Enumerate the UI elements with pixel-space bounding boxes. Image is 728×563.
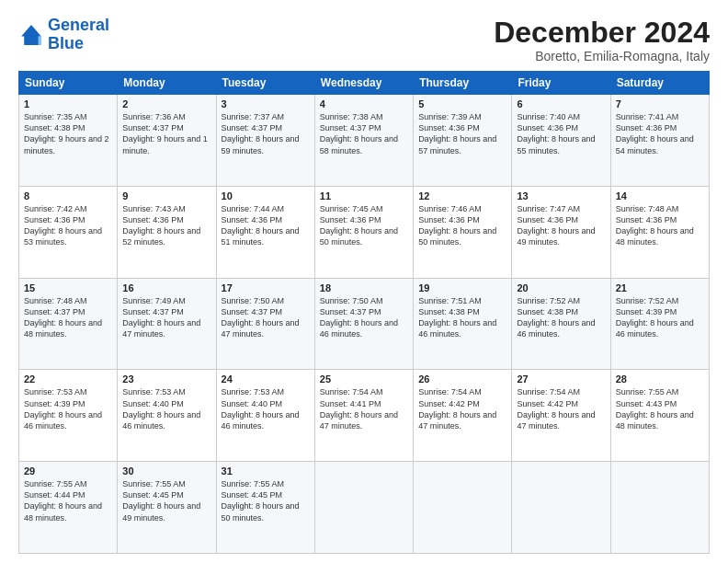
calendar-day-cell: 22 Sunrise: 7:53 AMSunset: 4:39 PMDaylig… (19, 370, 118, 462)
calendar-day-cell: 31 Sunrise: 7:55 AMSunset: 4:45 PMDaylig… (216, 462, 314, 554)
day-number: 6 (517, 98, 605, 109)
day-number: 22 (24, 373, 112, 385)
calendar-day-cell: 26 Sunrise: 7:54 AMSunset: 4:42 PMDaylig… (414, 370, 512, 462)
month-title: December 2024 (494, 17, 710, 49)
day-info: Sunrise: 7:53 AMSunset: 4:40 PMDaylight:… (122, 387, 200, 430)
day-number: 26 (418, 373, 506, 385)
dow-header: Sunday (19, 72, 118, 95)
day-info: Sunrise: 7:49 AMSunset: 4:37 PMDaylight:… (122, 296, 200, 339)
day-info: Sunrise: 7:38 AMSunset: 4:37 PMDaylight:… (320, 112, 398, 155)
day-info: Sunrise: 7:55 AMSunset: 4:45 PMDaylight:… (122, 479, 200, 522)
calendar-week-row: 15 Sunrise: 7:48 AMSunset: 4:37 PMDaylig… (19, 278, 710, 370)
day-info: Sunrise: 7:55 AMSunset: 4:44 PMDaylight:… (24, 479, 102, 522)
day-info: Sunrise: 7:54 AMSunset: 4:42 PMDaylight:… (517, 387, 595, 430)
calendar-day-cell: 25 Sunrise: 7:54 AMSunset: 4:41 PMDaylig… (314, 370, 413, 462)
calendar-day-cell: 8 Sunrise: 7:42 AMSunset: 4:36 PMDayligh… (19, 186, 118, 278)
day-number: 18 (320, 282, 408, 293)
day-number: 20 (517, 282, 605, 293)
day-info: Sunrise: 7:48 AMSunset: 4:36 PMDaylight:… (616, 204, 694, 247)
day-number: 8 (24, 190, 112, 201)
day-number: 1 (24, 98, 112, 109)
calendar-body: 1 Sunrise: 7:35 AMSunset: 4:38 PMDayligh… (19, 95, 710, 554)
calendar-week-row: 8 Sunrise: 7:42 AMSunset: 4:36 PMDayligh… (19, 186, 710, 278)
calendar-day-cell: 11 Sunrise: 7:45 AMSunset: 4:36 PMDaylig… (314, 186, 413, 278)
day-number: 4 (320, 98, 408, 109)
day-info: Sunrise: 7:36 AMSunset: 4:37 PMDaylight:… (122, 112, 208, 155)
day-number: 29 (24, 465, 112, 477)
day-number: 27 (517, 373, 605, 385)
day-info: Sunrise: 7:43 AMSunset: 4:36 PMDaylight:… (122, 204, 200, 247)
calendar-day-cell (314, 462, 413, 554)
calendar-day-cell: 4 Sunrise: 7:38 AMSunset: 4:37 PMDayligh… (314, 95, 413, 187)
calendar-day-cell: 21 Sunrise: 7:52 AMSunset: 4:39 PMDaylig… (610, 278, 709, 370)
calendar-day-cell (414, 462, 512, 554)
day-number: 14 (616, 190, 704, 201)
day-info: Sunrise: 7:55 AMSunset: 4:45 PMDaylight:… (222, 479, 300, 522)
day-info: Sunrise: 7:54 AMSunset: 4:42 PMDaylight:… (418, 387, 496, 430)
calendar-day-cell: 19 Sunrise: 7:51 AMSunset: 4:38 PMDaylig… (414, 278, 512, 370)
day-number: 9 (122, 190, 210, 201)
location: Boretto, Emilia-Romagna, Italy (494, 49, 710, 63)
calendar-day-cell: 2 Sunrise: 7:36 AMSunset: 4:37 PMDayligh… (118, 95, 216, 187)
day-info: Sunrise: 7:44 AMSunset: 4:36 PMDaylight:… (222, 204, 300, 247)
title-block: December 2024 Boretto, Emilia-Romagna, I… (494, 17, 710, 63)
day-info: Sunrise: 7:54 AMSunset: 4:41 PMDaylight:… (320, 387, 398, 430)
calendar-day-cell: 28 Sunrise: 7:55 AMSunset: 4:43 PMDaylig… (610, 370, 709, 462)
calendar-week-row: 22 Sunrise: 7:53 AMSunset: 4:39 PMDaylig… (19, 370, 710, 462)
day-info: Sunrise: 7:37 AMSunset: 4:37 PMDaylight:… (222, 112, 300, 155)
logo: General Blue (18, 17, 109, 53)
day-of-week-row: SundayMondayTuesdayWednesdayThursdayFrid… (19, 72, 710, 95)
calendar-day-cell: 9 Sunrise: 7:43 AMSunset: 4:36 PMDayligh… (118, 186, 216, 278)
calendar-week-row: 1 Sunrise: 7:35 AMSunset: 4:38 PMDayligh… (19, 95, 710, 187)
day-number: 7 (616, 98, 704, 109)
calendar-day-cell: 5 Sunrise: 7:39 AMSunset: 4:36 PMDayligh… (414, 95, 512, 187)
calendar-day-cell: 14 Sunrise: 7:48 AMSunset: 4:36 PMDaylig… (610, 186, 709, 278)
calendar-day-cell: 13 Sunrise: 7:47 AMSunset: 4:36 PMDaylig… (512, 186, 610, 278)
day-number: 2 (122, 98, 210, 109)
day-info: Sunrise: 7:52 AMSunset: 4:38 PMDaylight:… (517, 296, 595, 339)
day-number: 16 (122, 282, 210, 293)
calendar-day-cell: 30 Sunrise: 7:55 AMSunset: 4:45 PMDaylig… (118, 462, 216, 554)
day-number: 21 (616, 282, 704, 293)
day-number: 31 (222, 465, 310, 477)
day-number: 25 (320, 373, 408, 385)
calendar-day-cell: 17 Sunrise: 7:50 AMSunset: 4:37 PMDaylig… (216, 278, 314, 370)
day-number: 30 (122, 465, 210, 477)
day-info: Sunrise: 7:42 AMSunset: 4:36 PMDaylight:… (24, 204, 102, 247)
svg-marker-0 (21, 25, 41, 45)
day-number: 13 (517, 190, 605, 201)
calendar-day-cell (512, 462, 610, 554)
calendar-day-cell: 10 Sunrise: 7:44 AMSunset: 4:36 PMDaylig… (216, 186, 314, 278)
page: General Blue December 2024 Boretto, Emil… (0, 0, 728, 563)
day-info: Sunrise: 7:47 AMSunset: 4:36 PMDaylight:… (517, 204, 595, 247)
calendar-day-cell: 3 Sunrise: 7:37 AMSunset: 4:37 PMDayligh… (216, 95, 314, 187)
day-number: 24 (222, 373, 310, 385)
calendar-day-cell: 6 Sunrise: 7:40 AMSunset: 4:36 PMDayligh… (512, 95, 610, 187)
calendar-day-cell: 23 Sunrise: 7:53 AMSunset: 4:40 PMDaylig… (118, 370, 216, 462)
calendar-day-cell (610, 462, 709, 554)
calendar-day-cell: 18 Sunrise: 7:50 AMSunset: 4:37 PMDaylig… (314, 278, 413, 370)
calendar-day-cell: 24 Sunrise: 7:53 AMSunset: 4:40 PMDaylig… (216, 370, 314, 462)
calendar-day-cell: 12 Sunrise: 7:46 AMSunset: 4:36 PMDaylig… (414, 186, 512, 278)
day-number: 12 (418, 190, 506, 201)
calendar-day-cell: 15 Sunrise: 7:48 AMSunset: 4:37 PMDaylig… (19, 278, 118, 370)
calendar-day-cell: 16 Sunrise: 7:49 AMSunset: 4:37 PMDaylig… (118, 278, 216, 370)
day-info: Sunrise: 7:45 AMSunset: 4:36 PMDaylight:… (320, 204, 398, 247)
dow-header: Thursday (414, 72, 512, 95)
day-info: Sunrise: 7:55 AMSunset: 4:43 PMDaylight:… (616, 387, 694, 430)
logo-line2: Blue (48, 35, 109, 53)
day-info: Sunrise: 7:50 AMSunset: 4:37 PMDaylight:… (320, 296, 398, 339)
day-info: Sunrise: 7:48 AMSunset: 4:37 PMDaylight:… (24, 296, 102, 339)
day-number: 28 (616, 373, 704, 385)
calendar-day-cell: 7 Sunrise: 7:41 AMSunset: 4:36 PMDayligh… (610, 95, 709, 187)
day-info: Sunrise: 7:53 AMSunset: 4:40 PMDaylight:… (222, 387, 300, 430)
day-info: Sunrise: 7:53 AMSunset: 4:39 PMDaylight:… (24, 387, 102, 430)
logo-text: General Blue (48, 17, 109, 53)
dow-header: Tuesday (216, 72, 314, 95)
day-number: 5 (418, 98, 506, 109)
day-number: 10 (222, 190, 310, 201)
logo-line1: General (48, 16, 109, 34)
day-info: Sunrise: 7:41 AMSunset: 4:36 PMDaylight:… (616, 112, 694, 155)
day-number: 15 (24, 282, 112, 293)
day-info: Sunrise: 7:35 AMSunset: 4:38 PMDaylight:… (24, 112, 109, 155)
